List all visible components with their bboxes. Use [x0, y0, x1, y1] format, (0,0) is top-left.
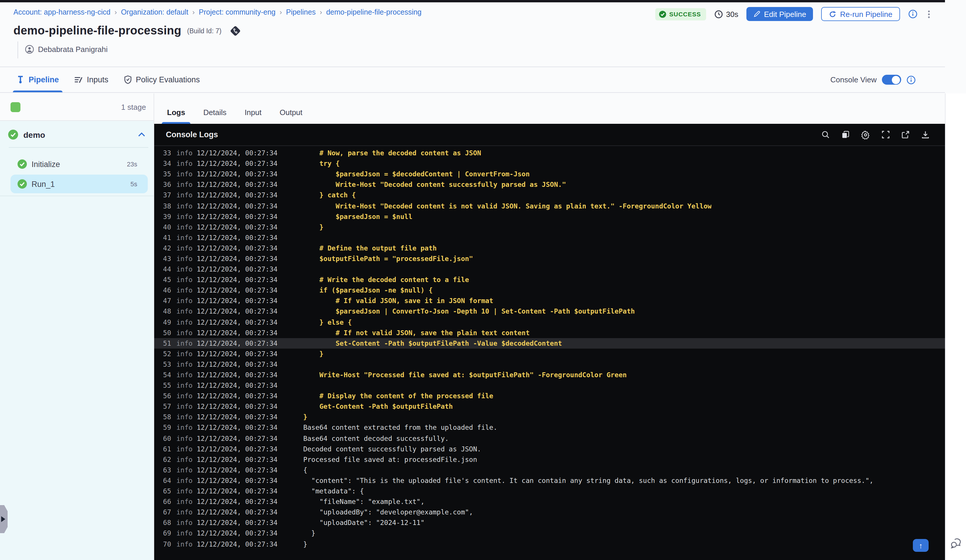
log-line-number: 65: [162, 487, 171, 495]
stage-group: demo Initialize 23s Run_1: [0, 121, 154, 560]
log-message: "fileName": "example.txt",: [303, 498, 424, 506]
log-level: info: [176, 455, 192, 464]
log-line-number: 44: [162, 265, 171, 273]
scroll-to-top-button[interactable]: ↑: [913, 539, 928, 552]
clock-icon: [714, 10, 723, 18]
log-row: 59 info 12/12/2024, 00:27:34 Base64 cont…: [154, 422, 945, 433]
rerun-pipeline-button[interactable]: Re-run Pipeline: [821, 7, 900, 21]
duration: 30s: [714, 10, 738, 18]
log-tab[interactable]: Output: [278, 108, 303, 124]
log-row: 54 info 12/12/2024, 00:27:34 Write-Host …: [154, 370, 945, 380]
search-icon[interactable]: [821, 130, 830, 139]
settings-gear-icon[interactable]: [861, 130, 870, 139]
step-row[interactable]: Initialize 23s: [0, 155, 148, 173]
log-line-number: 57: [162, 402, 171, 411]
support-chat-icon[interactable]: [950, 537, 963, 550]
main-content: 1 stage demo Initialize 23s: [0, 94, 966, 560]
log-line-number: 54: [162, 371, 171, 379]
log-line-number: 59: [162, 424, 171, 432]
log-tab[interactable]: Input: [243, 108, 263, 124]
tab-policy-evaluations[interactable]: Policy Evaluations: [123, 67, 200, 92]
log-message: "content": "This is the uploaded file's …: [303, 476, 873, 484]
log-message: Base64 content decoded successfully.: [303, 434, 449, 442]
log-tab[interactable]: Logs: [166, 108, 186, 124]
build-id-label: (Build Id: 7): [187, 27, 222, 34]
log-level: info: [176, 339, 192, 347]
console-header: Console Logs: [154, 124, 945, 146]
log-line-number: 49: [162, 318, 171, 326]
chevron-up-icon[interactable]: [138, 132, 145, 137]
log-line-number: 64: [162, 476, 171, 484]
breadcrumb-link[interactable]: Organization: default›: [121, 8, 195, 16]
log-tab[interactable]: Details: [202, 108, 228, 124]
stage-group-header[interactable]: demo: [0, 121, 154, 147]
log-level: info: [176, 223, 192, 231]
duration-label: 30s: [726, 10, 738, 18]
git-commit-icon[interactable]: [230, 25, 241, 36]
log-level: info: [176, 402, 192, 411]
log-level: info: [176, 466, 192, 474]
log-message: if ($parsedJson -ne $null) {: [303, 286, 432, 295]
log-row: 33 info 12/12/2024, 00:27:34 # Now, pars…: [154, 148, 945, 158]
tab-inputs-label: Inputs: [87, 76, 108, 84]
log-line-number: 66: [162, 498, 171, 506]
author-row: Debabrata Panigrahi: [18, 41, 966, 58]
step-success-icon: [18, 179, 27, 189]
log-row: 42 info 12/12/2024, 00:27:34 # Define th…: [154, 243, 945, 253]
log-level: info: [176, 519, 192, 527]
breadcrumb-link[interactable]: Project: community-eng›: [199, 8, 282, 16]
log-row: 36 info 12/12/2024, 00:27:34 Write-Host …: [154, 179, 945, 190]
more-options-menu[interactable]: [926, 9, 932, 19]
breadcrumb-link[interactable]: Account: app-harness-ng-cicd›: [13, 8, 117, 16]
log-message: $parsedJson = $decodedContent | ConvertF…: [303, 170, 529, 178]
step-row[interactable]: Run_1 5s: [10, 175, 148, 193]
rerun-info-icon[interactable]: [908, 9, 918, 19]
log-timestamp: 12/12/2024, 00:27:34: [197, 149, 278, 157]
edit-pipeline-label: Edit Pipeline: [764, 10, 806, 18]
log-row: 62 info 12/12/2024, 00:27:34 Processed f…: [154, 454, 945, 465]
console-view-info-icon[interactable]: [907, 75, 916, 84]
log-row: 48 info 12/12/2024, 00:27:34 $parsedJson…: [154, 306, 945, 317]
log-message: # Write the decoded content to a file: [303, 276, 469, 284]
log-row: 63 info 12/12/2024, 00:27:34 {: [154, 465, 945, 475]
log-row: 47 info 12/12/2024, 00:27:34 # If valid …: [154, 296, 945, 306]
log-timestamp: 12/12/2024, 00:27:34: [197, 286, 278, 295]
log-line-number: 60: [162, 434, 171, 442]
step-label: Initialize: [31, 160, 60, 169]
console-view-toggle[interactable]: [882, 75, 901, 85]
log-message: }: [303, 413, 307, 421]
log-timestamp: 12/12/2024, 00:27:34: [197, 307, 278, 315]
log-line-number: 39: [162, 212, 171, 220]
open-in-new-icon[interactable]: [901, 130, 910, 139]
download-icon[interactable]: [921, 130, 930, 139]
log-row: 69 info 12/12/2024, 00:27:34 }: [154, 528, 945, 539]
log-line-number: 38: [162, 202, 171, 210]
fullscreen-icon[interactable]: [881, 130, 890, 139]
arrow-up-icon: ↑: [919, 541, 923, 550]
tab-pipeline[interactable]: Pipeline: [16, 67, 59, 92]
breadcrumb-link[interactable]: demo-pipeline-file-processing›: [326, 8, 422, 16]
log-line-number: 53: [162, 360, 171, 368]
log-message: $outputFilePath = "processedFile.json": [303, 255, 473, 263]
log-level: info: [176, 202, 192, 210]
log-row: 49 info 12/12/2024, 00:27:34 } else {: [154, 317, 945, 327]
log-level: info: [176, 498, 192, 506]
page-header: Account: app-harness-ng-cicd› Organizati…: [0, 0, 966, 58]
step-label: Run_1: [31, 179, 55, 188]
log-row: 64 info 12/12/2024, 00:27:34 "content": …: [154, 475, 945, 486]
log-level: info: [176, 328, 192, 337]
log-level: info: [176, 265, 192, 273]
breadcrumb-link[interactable]: Pipelines›: [286, 8, 322, 16]
log-message: try {: [303, 159, 340, 168]
log-level: info: [176, 434, 192, 442]
copy-icon[interactable]: [841, 130, 850, 139]
log-level: info: [176, 476, 192, 484]
log-row: 45 info 12/12/2024, 00:27:34 # Write the…: [154, 274, 945, 285]
log-timestamp: 12/12/2024, 00:27:34: [197, 181, 278, 189]
log-timestamp: 12/12/2024, 00:27:34: [197, 445, 278, 453]
pencil-icon: [753, 10, 761, 18]
tab-inputs[interactable]: Inputs: [74, 67, 108, 92]
expand-panel-handle[interactable]: [0, 505, 8, 533]
edit-pipeline-button[interactable]: Edit Pipeline: [746, 7, 813, 21]
log-level: info: [176, 244, 192, 252]
